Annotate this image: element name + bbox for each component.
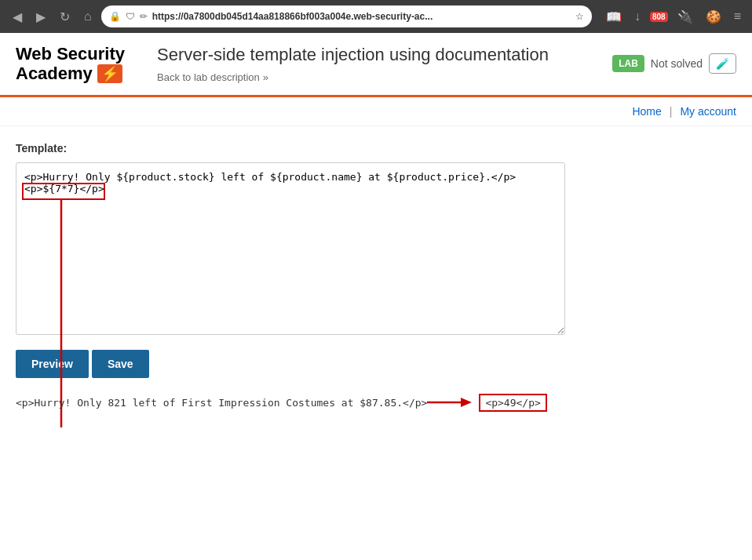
logo: Web Security Academy ⚡ xyxy=(16,44,141,84)
lab-info: Server-side template injection using doc… xyxy=(157,45,597,83)
nav-bar: Home | My account xyxy=(0,97,752,126)
cookie-icon[interactable]: 🍪 xyxy=(703,6,725,27)
lab-title: Server-side template injection using doc… xyxy=(157,45,597,65)
lab-solved-text: Not solved xyxy=(651,57,703,70)
lab-badge: LAB xyxy=(612,55,644,72)
logo-academy: Academy xyxy=(16,64,93,83)
preview-button[interactable]: Preview xyxy=(16,350,89,378)
forward-button[interactable]: ▶ xyxy=(31,6,50,27)
svg-marker-3 xyxy=(461,398,472,407)
output-highlighted: <p>49</p> xyxy=(479,394,546,412)
output-text: <p>Hurry! Only 821 left of First Impress… xyxy=(16,397,427,409)
nav-separator: | xyxy=(670,105,673,118)
star-icon[interactable]: ☆ xyxy=(575,11,584,22)
home-link[interactable]: Home xyxy=(632,105,661,118)
browser-actions: 📖 ↓ 808 🔌 🍪 ≡ xyxy=(603,6,744,27)
annotation-arrow-right xyxy=(427,395,474,410)
save-button[interactable]: Save xyxy=(92,350,149,378)
menu-icon[interactable]: ≡ xyxy=(731,6,744,27)
extension-badge: 808 xyxy=(650,12,668,22)
address-bar[interactable]: 🔒 🛡 ✏ https://0a7800db045d14aa818866bf00… xyxy=(101,5,592,27)
flask-button[interactable]: 🧪 xyxy=(709,53,736,74)
template-textarea[interactable] xyxy=(16,162,565,335)
pocket-icon[interactable]: 📖 xyxy=(603,6,625,27)
back-button[interactable]: ◀ xyxy=(8,6,27,27)
template-area-container xyxy=(16,162,565,335)
shield-icon: 🛡 xyxy=(126,11,135,22)
home-button[interactable]: ⌂ xyxy=(79,6,97,27)
secure-icon: 🔒 xyxy=(109,11,121,22)
extension-icon[interactable]: 🔌 xyxy=(674,6,696,27)
url-text: https://0a7800db045d14aa818866bf003a004e… xyxy=(152,11,571,22)
my-account-link[interactable]: My account xyxy=(680,105,736,118)
edit-icon: ✏ xyxy=(140,11,148,22)
buttons-row: Preview Save xyxy=(16,350,736,378)
logo-lightning-icon: ⚡ xyxy=(97,64,122,84)
main-content: Template: Preview Save <p>Hurry! Only 82… xyxy=(0,126,752,427)
lab-status: LAB Not solved 🧪 xyxy=(612,53,736,74)
downloads-icon[interactable]: ↓ xyxy=(631,6,644,27)
template-label: Template: xyxy=(16,142,736,155)
page-header: Web Security Academy ⚡ Server-side templ… xyxy=(0,33,752,97)
browser-chrome: ◀ ▶ ↻ ⌂ 🔒 🛡 ✏ https://0a7800db045d14aa81… xyxy=(0,0,752,33)
back-to-lab-link[interactable]: Back to lab description » xyxy=(157,71,597,83)
logo-web: Web Security xyxy=(16,44,141,64)
output-row: <p>Hurry! Only 821 left of First Impress… xyxy=(16,394,736,412)
reload-button[interactable]: ↻ xyxy=(55,6,75,27)
